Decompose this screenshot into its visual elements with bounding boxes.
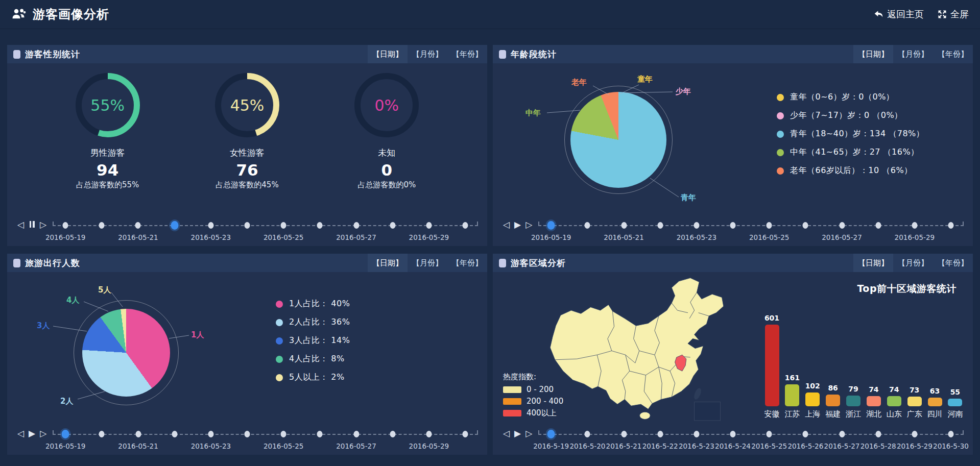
timeline-dot[interactable] <box>208 222 213 229</box>
legend-item[interactable]: 老年（66岁以后）：10 （6%） <box>777 165 924 176</box>
timeline-dot[interactable] <box>730 431 736 437</box>
tab-month[interactable]: 【月份】 <box>408 254 447 272</box>
group-pie[interactable] <box>82 309 170 397</box>
timeline-dot[interactable] <box>63 222 68 229</box>
timeline-dot[interactable] <box>135 431 141 437</box>
bar[interactable] <box>765 325 779 406</box>
legend-item[interactable]: 3人占比： 14% <box>276 335 350 346</box>
timeline-active-dot[interactable] <box>171 221 178 230</box>
timeline-prev-button[interactable]: ◁ <box>503 220 510 229</box>
legend-item[interactable]: 1人占比： 40% <box>276 299 350 309</box>
timeline-dot[interactable] <box>948 431 954 437</box>
timeline-dot[interactable] <box>172 431 177 437</box>
timeline-pause-button[interactable] <box>29 220 35 229</box>
bar[interactable] <box>785 384 799 406</box>
tab-month[interactable]: 【月份】 <box>408 45 447 63</box>
timeline-dot[interactable] <box>803 222 808 229</box>
timeline-track[interactable]: 2016-05-192016-05-212016-05-232016-05-25… <box>538 217 964 243</box>
tab-month[interactable]: 【月份】 <box>893 45 933 63</box>
bar[interactable] <box>805 393 820 406</box>
timeline-dot[interactable] <box>317 431 323 437</box>
back-home-button[interactable]: 返回主页 <box>874 8 924 20</box>
timeline-dot[interactable] <box>99 222 105 229</box>
timeline-play-button[interactable]: ▶ <box>514 429 521 438</box>
tab-date[interactable]: 【日期】 <box>368 45 408 63</box>
timeline-dot[interactable] <box>281 222 286 229</box>
timeline-dot[interactable] <box>426 222 432 229</box>
timeline-dot[interactable] <box>135 222 141 229</box>
timeline-play-button[interactable]: ▶ <box>514 220 521 229</box>
female-donut-chart[interactable]: 45% <box>213 71 281 139</box>
timeline-active-dot[interactable] <box>62 430 69 438</box>
timeline-dot[interactable] <box>245 431 250 437</box>
timeline-next-button[interactable]: ▷ <box>525 220 532 229</box>
unknown-donut-chart[interactable]: 0% <box>353 71 420 139</box>
timeline-next-button[interactable]: ▷ <box>525 429 532 438</box>
timeline-dot[interactable] <box>767 222 772 229</box>
age-pie[interactable] <box>570 92 666 188</box>
tab-date[interactable]: 【日期】 <box>853 254 893 272</box>
timeline-dot[interactable] <box>730 222 736 229</box>
timeline-dot[interactable] <box>875 431 881 437</box>
timeline-dot[interactable] <box>803 431 808 437</box>
tab-year[interactable]: 【年份】 <box>933 254 973 272</box>
timeline-dot[interactable] <box>463 222 468 229</box>
timeline-dot[interactable] <box>694 222 699 229</box>
legend-item[interactable]: 中年（41~65）岁：27 （16%） <box>777 147 924 158</box>
bar[interactable] <box>867 396 881 406</box>
timeline-dot[interactable] <box>767 431 772 437</box>
timeline-dot[interactable] <box>585 431 590 437</box>
timeline-dot[interactable] <box>912 431 917 437</box>
timeline-dot[interactable] <box>621 431 627 437</box>
timeline-track[interactable]: 2016-5-192016-5-202016-5-212016-5-222016… <box>538 426 964 452</box>
timeline-dot[interactable] <box>390 222 395 229</box>
timeline-dot[interactable] <box>839 222 845 229</box>
timeline-dot[interactable] <box>244 222 250 229</box>
bar[interactable] <box>907 397 922 406</box>
timeline-dot[interactable] <box>948 222 954 229</box>
timeline-dot[interactable] <box>281 431 286 437</box>
timeline-dot[interactable] <box>585 222 590 229</box>
timeline-track[interactable]: 2016-05-192016-05-212016-05-232016-05-25… <box>53 217 478 243</box>
tab-year[interactable]: 【年份】 <box>447 45 487 63</box>
timeline-dot[interactable] <box>657 222 663 229</box>
timeline-dot[interactable] <box>694 431 699 437</box>
timeline-dot[interactable] <box>353 431 359 437</box>
timeline-active-dot[interactable] <box>547 221 555 230</box>
timeline-dot[interactable] <box>353 222 359 229</box>
timeline-next-button[interactable]: ▷ <box>40 220 46 229</box>
timeline-dot[interactable] <box>657 431 663 437</box>
timeline-prev-button[interactable]: ◁ <box>503 429 510 438</box>
timeline-track[interactable]: 2016-05-192016-05-212016-05-232016-05-25… <box>53 426 478 452</box>
timeline-dot[interactable] <box>621 222 627 229</box>
timeline-dot[interactable] <box>426 431 432 437</box>
male-donut-chart[interactable]: 55% <box>74 71 141 139</box>
timeline-dot[interactable] <box>463 431 468 437</box>
timeline-dot[interactable] <box>875 222 881 229</box>
fullscreen-button[interactable]: 全屏 <box>937 8 969 20</box>
bar[interactable] <box>928 398 942 406</box>
legend-item[interactable]: 5人以上： 2% <box>276 372 350 383</box>
timeline-dot[interactable] <box>839 431 845 437</box>
timeline-next-button[interactable]: ▷ <box>40 429 46 438</box>
legend-item[interactable]: 青年（18~40）岁：134 （78%） <box>777 129 924 139</box>
tab-year[interactable]: 【年份】 <box>933 45 973 63</box>
timeline-prev-button[interactable]: ◁ <box>17 220 24 229</box>
legend-item[interactable]: 少年（7~17）岁：0 （0%） <box>777 110 924 121</box>
legend-item[interactable]: 童年（0~6）岁：0（0%） <box>777 92 924 103</box>
tab-date[interactable]: 【日期】 <box>853 45 893 63</box>
bar[interactable] <box>826 395 840 406</box>
tab-month[interactable]: 【月份】 <box>893 254 933 272</box>
legend-item[interactable]: 2人占比： 36% <box>276 317 350 328</box>
timeline-dot[interactable] <box>390 431 395 437</box>
timeline-dot[interactable] <box>208 431 213 437</box>
timeline-dot[interactable] <box>317 222 323 229</box>
tab-date[interactable]: 【日期】 <box>368 254 408 272</box>
bar[interactable] <box>948 399 962 406</box>
tab-year[interactable]: 【年份】 <box>447 254 487 272</box>
timeline-dot[interactable] <box>912 222 917 229</box>
bar[interactable] <box>846 396 861 406</box>
legend-item[interactable]: 4人占比： 8% <box>276 354 350 364</box>
bar[interactable] <box>887 396 901 406</box>
timeline-dot[interactable] <box>99 431 105 437</box>
